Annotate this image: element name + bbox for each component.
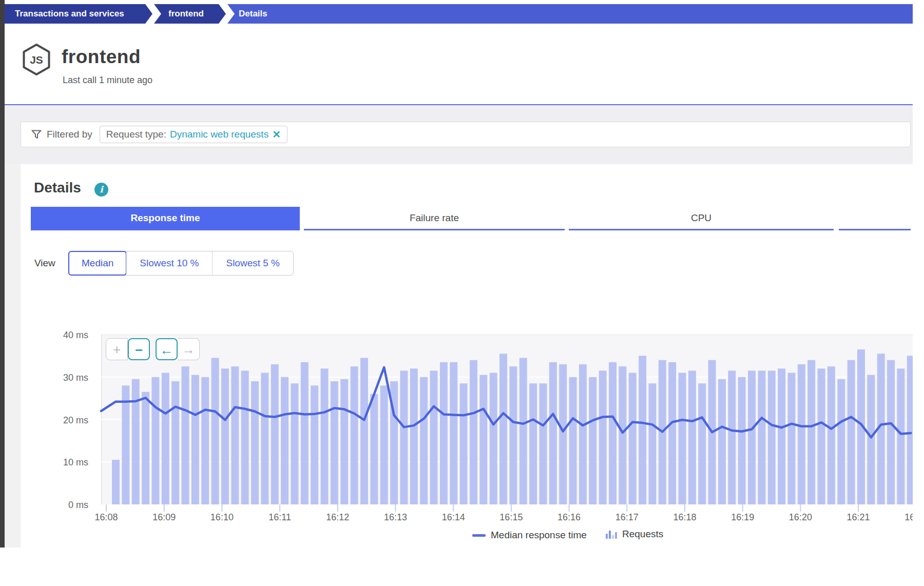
y-tick-label: 40 ms <box>52 330 88 341</box>
x-tick-label: 16:22 <box>896 512 913 523</box>
requests-bar <box>509 366 517 504</box>
requests-bar <box>430 370 438 504</box>
requests-bar <box>301 362 309 504</box>
requests-bar <box>142 392 149 504</box>
requests-bar <box>351 366 358 504</box>
requests-bar <box>848 360 855 504</box>
requests-bar <box>807 360 815 504</box>
line-swatch-icon <box>472 534 486 537</box>
legend-median-response-time[interactable]: Median response time <box>472 530 587 541</box>
zoom-button-group: + − <box>106 338 150 360</box>
x-tick-label: 16:08 <box>86 512 127 523</box>
requests-bar <box>569 377 577 504</box>
bar-chart-icon <box>606 530 617 539</box>
requests-bar <box>629 373 637 504</box>
requests-bar <box>768 370 776 504</box>
requests-bar <box>579 364 587 504</box>
requests-bar <box>261 373 268 504</box>
requests-bar <box>490 373 497 504</box>
requests-bar <box>668 362 676 504</box>
requests-bar <box>818 368 825 504</box>
requests-bar <box>331 381 338 504</box>
requests-bar <box>758 370 765 504</box>
requests-bar <box>529 383 537 504</box>
x-tick-label: 16:18 <box>664 512 705 523</box>
x-tick-label: 16:11 <box>259 512 300 523</box>
requests-bar <box>171 381 179 504</box>
requests-bar <box>798 364 805 504</box>
requests-bar <box>410 368 418 504</box>
requests-bar <box>370 394 378 504</box>
x-tick-label: 16:21 <box>838 512 879 523</box>
requests-bar <box>221 368 229 504</box>
requests-bar <box>887 360 895 504</box>
x-tick-label: 16:09 <box>144 512 185 523</box>
requests-bar <box>679 373 686 504</box>
requests-bar <box>609 362 617 504</box>
x-tick-label: 16:17 <box>606 512 647 523</box>
zoom-out-button[interactable]: − <box>128 338 150 360</box>
requests-bar <box>559 364 567 504</box>
requests-bar <box>400 370 408 504</box>
y-tick-label: 20 ms <box>52 415 88 426</box>
requests-bar <box>251 381 259 504</box>
x-tick-label: 16:19 <box>722 512 763 523</box>
requests-bar <box>897 368 904 504</box>
x-tick-label: 16:13 <box>375 512 416 523</box>
requests-bar <box>211 358 219 504</box>
y-tick-label: 10 ms <box>52 457 88 468</box>
requests-bar <box>599 370 607 504</box>
requests-bar <box>867 375 875 504</box>
x-tick-label: 16:12 <box>317 512 358 523</box>
pan-button-group: ← → <box>156 338 200 360</box>
requests-bar <box>151 377 159 504</box>
requests-bar <box>241 370 249 504</box>
requests-bar <box>738 377 746 504</box>
x-tick-label: 16:10 <box>201 512 242 523</box>
requests-bar <box>311 385 318 504</box>
requests-bar <box>499 354 507 504</box>
requests-bar <box>728 370 736 504</box>
requests-bar <box>340 379 348 504</box>
requests-bar <box>281 377 288 504</box>
requests-bar <box>321 368 329 504</box>
requests-bar <box>291 383 298 504</box>
requests-bar <box>380 385 388 504</box>
x-tick-label: 16:20 <box>780 512 821 523</box>
requests-bar <box>479 375 487 504</box>
requests-bar <box>420 377 428 504</box>
requests-bar <box>907 356 913 504</box>
x-axis-labels: 16:0816:0916:1016:1116:1216:1316:1416:15… <box>0 511 913 523</box>
response-time-chart[interactable] <box>0 0 913 586</box>
requests-bar <box>827 366 835 504</box>
x-tick-label: 16:14 <box>433 512 474 523</box>
requests-bar <box>360 358 368 504</box>
requests-bar <box>648 383 656 504</box>
zoom-in-button[interactable]: + <box>106 338 128 360</box>
requests-bar <box>132 379 140 504</box>
requests-bar <box>450 362 457 504</box>
requests-bar <box>201 377 209 504</box>
requests-bar <box>162 373 169 504</box>
y-tick-label: 0 ms <box>52 500 88 511</box>
requests-bar <box>619 366 626 504</box>
pan-left-button[interactable]: ← <box>156 338 178 360</box>
pan-right-button[interactable]: → <box>178 338 200 360</box>
requests-bar <box>191 375 199 504</box>
x-tick-label: 16:16 <box>549 512 590 523</box>
requests-bar <box>460 383 468 504</box>
requests-bar <box>748 370 756 504</box>
x-tick-label: 16:15 <box>491 512 532 523</box>
requests-bar <box>589 377 596 504</box>
requests-bar <box>549 362 557 504</box>
requests-bar <box>698 383 706 504</box>
service-details-page: Transactions and services frontend Detai… <box>0 0 924 586</box>
requests-bar <box>787 373 795 504</box>
requests-bar <box>718 379 726 504</box>
requests-bar <box>182 366 189 504</box>
requests-bar <box>231 366 239 504</box>
requests-bar <box>470 360 477 504</box>
legend-requests[interactable]: Requests <box>606 529 663 540</box>
requests-bar <box>112 460 120 504</box>
requests-bar <box>122 385 129 504</box>
